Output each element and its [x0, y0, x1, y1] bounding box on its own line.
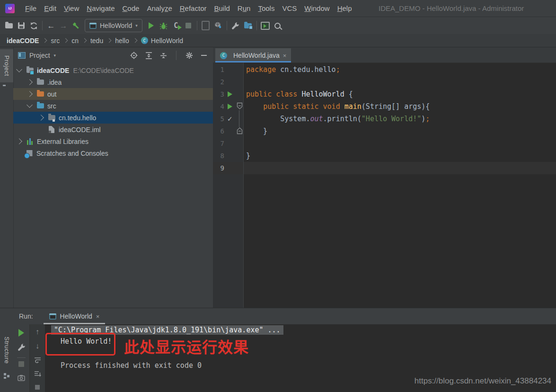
search-everywhere-icon[interactable] [272, 19, 284, 32]
save-icon[interactable] [15, 19, 27, 32]
clear-console-icon[interactable] [30, 385, 45, 390]
locate-icon[interactable] [130, 51, 138, 60]
scroll-to-end-icon[interactable] [30, 371, 45, 377]
idea-logo-icon: IJ [5, 4, 15, 13]
chevron-right-icon[interactable] [26, 91, 33, 97]
code-line-6[interactable]: } [246, 125, 267, 137]
menu-build[interactable]: Build [210, 4, 233, 12]
gear-icon[interactable] [185, 51, 194, 60]
breadcrumb-src[interactable]: src [51, 37, 60, 45]
stripe-button-structure[interactable]: Structure [0, 331, 13, 369]
back-icon[interactable]: ← [45, 19, 57, 32]
chevron-right-icon [82, 38, 87, 43]
run-main-gutter-icon[interactable] [228, 104, 232, 109]
menu-run[interactable]: Run [234, 4, 255, 12]
close-icon[interactable]: × [96, 313, 100, 320]
breadcrumb-helloworld[interactable]: HelloWorld [151, 37, 183, 45]
artifact-cube-icon[interactable] [212, 19, 224, 32]
chevron-right-icon[interactable] [16, 138, 22, 144]
expand-all-icon[interactable] [144, 51, 153, 60]
gutter-divider [243, 62, 244, 308]
line-number: 6 [213, 125, 224, 137]
tree-row-package[interactable]: cn.tedu.hello [13, 112, 213, 124]
breadcrumb-tedu[interactable]: tedu [90, 37, 103, 45]
code-line-5[interactable]: System.out.println("Hello World!"); [246, 113, 430, 125]
sync-icon[interactable] [27, 19, 40, 32]
attach-device-icon[interactable] [200, 19, 212, 32]
forward-icon[interactable]: → [57, 19, 70, 32]
gutter-check-icon[interactable]: ✓ [227, 113, 234, 125]
rerun-icon[interactable] [13, 329, 29, 337]
fold-end-icon[interactable] [237, 127, 243, 134]
tree-row-src-folder[interactable]: src [13, 100, 213, 112]
run-tab-helloworld[interactable]: HelloWorld × [44, 308, 106, 324]
chevron-right-icon[interactable] [26, 79, 33, 85]
tree-row-iml-file[interactable]: ideaCODE.iml [13, 124, 213, 135]
folder-icon [36, 79, 44, 86]
menu-file[interactable]: File [21, 4, 40, 12]
chevron-right-icon[interactable] [38, 115, 44, 121]
idea-window: IJ File Edit View Navigate Code Analyze … [0, 0, 556, 392]
run-anything-icon[interactable] [259, 19, 272, 32]
code-line-1[interactable]: package cn.tedu.hello; [246, 63, 340, 76]
editor-area[interactable] [213, 47, 556, 308]
chevron-down-icon[interactable] [26, 102, 33, 108]
down-arrow-icon[interactable]: ↓ [30, 342, 45, 350]
debug-icon[interactable] [158, 19, 170, 32]
app-icon [89, 23, 97, 29]
project-structure-icon[interactable] [242, 19, 254, 32]
tree-row-external-libraries[interactable]: External Libraries [13, 135, 213, 147]
menu-navigate[interactable]: Navigate [83, 4, 118, 12]
run-with-coverage-icon[interactable]: C [170, 19, 182, 32]
menu-vcs[interactable]: VCS [278, 4, 300, 12]
code-line-4[interactable]: public static void main(String[] args){ [246, 100, 430, 113]
breadcrumb-cn[interactable]: cn [71, 37, 79, 45]
run-icon[interactable] [145, 19, 158, 32]
toolbar-separator [256, 21, 257, 30]
breadcrumb-hello[interactable]: hello [115, 37, 129, 45]
edit-configuration-wrench-icon[interactable] [13, 343, 29, 351]
up-arrow-icon[interactable]: ↑ [30, 328, 45, 336]
menu-help[interactable]: Help [334, 4, 356, 12]
breadcrumb-project[interactable]: ideaCODE [7, 37, 39, 45]
excluded-folder-icon [36, 90, 44, 98]
menu-refactor[interactable]: Refactor [176, 4, 211, 12]
build-hammer-icon[interactable] [70, 19, 82, 32]
stop-icon[interactable] [182, 19, 194, 32]
tree-row-scratches[interactable]: Scratches and Consoles [13, 147, 213, 159]
menu-analyze[interactable]: Analyze [143, 4, 176, 12]
toolbar-separator [176, 51, 177, 60]
soft-wrap-icon[interactable] [30, 356, 45, 363]
project-panel-title[interactable]: Project [29, 52, 50, 59]
chevron-down-icon[interactable] [16, 66, 22, 72]
run-class-gutter-icon[interactable] [228, 91, 232, 97]
editor-tab-helloworld[interactable]: C HelloWorld.java × [215, 48, 291, 62]
menu-code[interactable]: Code [119, 4, 143, 12]
close-icon[interactable]: × [283, 52, 287, 59]
line-number: 4 [213, 100, 224, 113]
open-icon[interactable] [3, 19, 15, 32]
menu-tools[interactable]: Tools [254, 4, 278, 12]
chevron-right-icon [107, 38, 112, 43]
line-number: 2 [213, 76, 224, 88]
collapse-all-icon[interactable] [159, 51, 168, 60]
stop-icon[interactable] [13, 361, 29, 367]
menu-bar: IJ File Edit View Navigate Code Analyze … [0, 0, 556, 17]
menu-view[interactable]: View [60, 4, 83, 12]
hide-panel-icon[interactable] [200, 51, 208, 60]
tree-row-ideacode-root[interactable]: ideaCODE E:\CODE\ideaCODE [13, 64, 213, 76]
class-icon: C [220, 52, 227, 59]
dump-threads-icon[interactable] [13, 374, 29, 381]
menu-window[interactable]: Window [300, 4, 333, 12]
tree-row-out-folder[interactable]: out [13, 88, 213, 100]
fold-start-icon[interactable] [237, 102, 243, 110]
stripe-button-project[interactable]: Project [0, 49, 13, 82]
run-configuration-select[interactable]: HelloWorld ▾ [85, 19, 142, 32]
settings-wrench-icon[interactable] [229, 19, 242, 32]
code-line-3[interactable]: public class HelloWorld { [246, 88, 353, 100]
menu-edit[interactable]: Edit [40, 4, 60, 12]
chevron-down-icon[interactable]: ▾ [54, 53, 56, 58]
tree-row-idea-folder[interactable]: .idea [13, 76, 213, 88]
code-line-8[interactable]: } [246, 150, 250, 162]
console-process-finished[interactable]: Process finished with exit code 0 [61, 361, 202, 370]
